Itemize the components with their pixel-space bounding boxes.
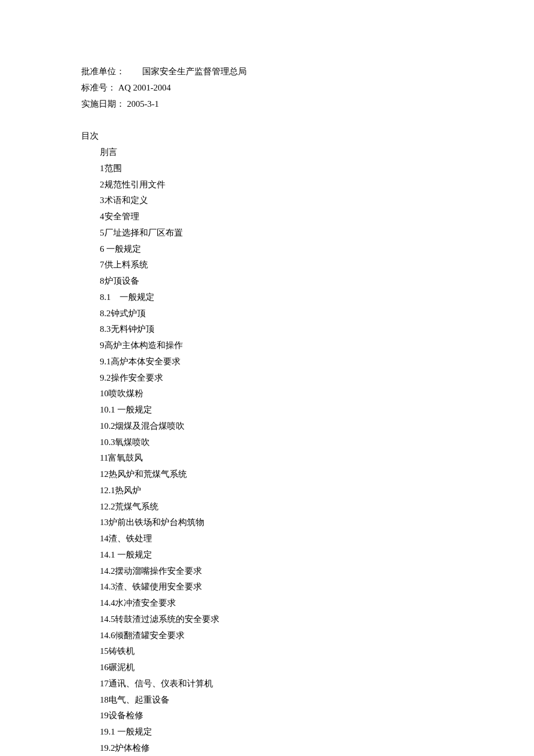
toc-item: 12.1热风炉 (100, 483, 453, 499)
approver-line: 批准单位： 国家安全生产监督管理总局 (81, 64, 453, 80)
toc-item: 9.2操作安全要求 (100, 370, 453, 386)
toc-item: 9.1高炉本体安全要求 (100, 354, 453, 370)
toc-item: 19.1 一般规定 (100, 724, 453, 740)
toc-item: 14.5转鼓渣过滤系统的安全要求 (100, 612, 453, 628)
effective-date-label: 实施日期： (81, 99, 125, 108)
standard-number-value: AQ 2001-2004 (118, 83, 171, 92)
toc-item: 5厂址选择和厂区布置 (100, 225, 453, 241)
toc-item: 10.1 一般规定 (100, 402, 453, 418)
toc-item: 12热风炉和荒煤气系统 (100, 466, 453, 483)
toc-item: 12.2荒煤气系统 (100, 499, 453, 515)
approver-label: 批准单位： (81, 67, 125, 76)
toc-item: 14.4水冲渣安全要求 (100, 595, 453, 612)
toc-item: 14.2摆动溜嘴操作安全要求 (100, 563, 453, 580)
toc-item: 14.6倾翻渣罐安全要求 (100, 628, 453, 644)
toc-item: 11富氧鼓风 (100, 450, 453, 466)
toc-item: 10喷吹煤粉 (100, 386, 453, 402)
toc-item: 1范围 (100, 161, 453, 177)
standard-number-label: 标准号： (81, 83, 116, 92)
toc-item: 6 一般规定 (100, 241, 453, 258)
effective-date-line: 实施日期： 2005-3-1 (81, 96, 453, 113)
toc-item: 18电气、起重设备 (100, 692, 453, 708)
toc-item: 3术语和定义 (100, 193, 453, 209)
toc-item: 8.2钟式炉顶 (100, 306, 453, 322)
toc-item: 9高炉主体构造和操作 (100, 338, 453, 354)
toc-item: 14.3渣、铁罐使用安全要求 (100, 579, 453, 595)
effective-date-value: 2005-3-1 (127, 99, 159, 108)
toc-item: 10.2烟煤及混合煤喷吹 (100, 418, 453, 435)
toc-item: 7供上料系统 (100, 257, 453, 273)
toc-item: 刖言 (100, 144, 453, 161)
toc-item: 16碾泥机 (100, 660, 453, 676)
approver-value: 国家安全生产监督管理总局 (142, 67, 247, 76)
toc-item: 14渣、铁处理 (100, 531, 453, 547)
toc-item: 15铸铁机 (100, 643, 453, 660)
toc-item: 8.3无料钟炉顶 (100, 321, 453, 338)
toc-item: 10.3氧煤喷吹 (100, 435, 453, 451)
toc-item: 2规范性引用文件 (100, 177, 453, 193)
toc-item: 17通讯、信号、仪表和计算机 (100, 676, 453, 692)
toc-item: 19.2炉体检修 (100, 740, 453, 756)
toc-item: 14.1 一般规定 (100, 547, 453, 563)
toc-item: 13炉前出铁场和炉台构筑物 (100, 515, 453, 531)
toc-item: 19设备检修 (100, 708, 453, 724)
toc-item: 8.1 一般规定 (100, 290, 453, 306)
toc-list: 刖言 1范围 2规范性引用文件 3术语和定义 4安全管理 5厂址选择和厂区布置 … (81, 144, 453, 756)
standard-number-line: 标准号： AQ 2001-2004 (81, 80, 453, 96)
toc-item: 4安全管理 (100, 209, 453, 225)
toc-header: 目次 (81, 128, 453, 144)
toc-item: 8炉顶设备 (100, 273, 453, 290)
